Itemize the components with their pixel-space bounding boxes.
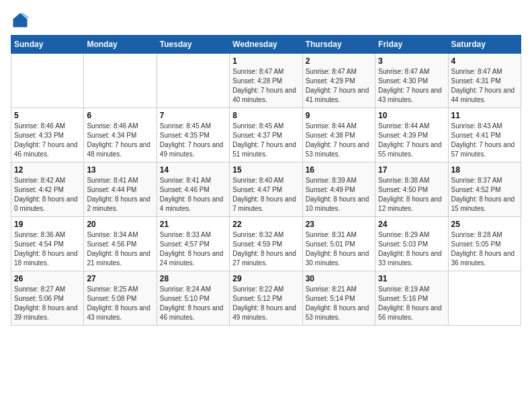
day-number: 20 [87, 220, 153, 229]
calendar-cell: 18Sunrise: 8:37 AMSunset: 4:52 PMDayligh… [448, 163, 521, 217]
day-number: 19 [14, 220, 81, 229]
day-info: Sunrise: 8:47 AMSunset: 4:28 PMDaylight:… [232, 67, 299, 105]
calendar-cell: 7Sunrise: 8:45 AMSunset: 4:35 PMDaylight… [157, 108, 229, 163]
day-info: Sunrise: 8:47 AMSunset: 4:31 PMDaylight:… [451, 67, 518, 105]
calendar-cell: 20Sunrise: 8:34 AMSunset: 4:56 PMDayligh… [84, 217, 157, 271]
day-info: Sunrise: 8:36 AMSunset: 4:54 PMDaylight:… [14, 230, 81, 268]
day-number: 30 [306, 274, 372, 283]
day-info: Sunrise: 8:43 AMSunset: 4:41 PMDaylight:… [451, 122, 518, 159]
calendar-week-2: 5Sunrise: 8:46 AMSunset: 4:33 PMDaylight… [11, 108, 521, 163]
day-number: 2 [306, 56, 372, 66]
day-info: Sunrise: 8:46 AMSunset: 4:33 PMDaylight:… [14, 122, 81, 159]
calendar-cell [157, 54, 229, 108]
calendar-week-4: 19Sunrise: 8:36 AMSunset: 4:54 PMDayligh… [11, 217, 521, 271]
calendar-week-3: 12Sunrise: 8:42 AMSunset: 4:42 PMDayligh… [11, 163, 521, 217]
calendar-cell: 29Sunrise: 8:22 AMSunset: 5:12 PMDayligh… [230, 271, 302, 326]
weekday-header-saturday: Saturday [448, 36, 521, 54]
calendar-cell: 9Sunrise: 8:44 AMSunset: 4:38 PMDaylight… [302, 108, 375, 163]
calendar-cell: 1Sunrise: 8:47 AMSunset: 4:28 PMDaylight… [230, 54, 302, 108]
day-info: Sunrise: 8:25 AMSunset: 5:08 PMDaylight:… [87, 285, 153, 322]
day-number: 12 [14, 165, 81, 175]
calendar-cell: 21Sunrise: 8:33 AMSunset: 4:57 PMDayligh… [157, 217, 229, 271]
day-info: Sunrise: 8:45 AMSunset: 4:35 PMDaylight:… [160, 122, 226, 159]
day-info: Sunrise: 8:41 AMSunset: 4:44 PMDaylight:… [87, 176, 153, 214]
day-info: Sunrise: 8:24 AMSunset: 5:10 PMDaylight:… [160, 285, 226, 322]
logo-icon [11, 11, 30, 30]
calendar-cell: 6Sunrise: 8:46 AMSunset: 4:34 PMDaylight… [84, 108, 157, 163]
day-info: Sunrise: 8:33 AMSunset: 4:57 PMDaylight:… [160, 230, 226, 268]
page-header [11, 11, 521, 30]
day-number: 4 [451, 56, 518, 66]
calendar-cell: 5Sunrise: 8:46 AMSunset: 4:33 PMDaylight… [11, 108, 84, 163]
day-number: 18 [451, 165, 518, 175]
day-info: Sunrise: 8:19 AMSunset: 5:16 PMDaylight:… [378, 285, 445, 322]
calendar-cell: 13Sunrise: 8:41 AMSunset: 4:44 PMDayligh… [84, 163, 157, 217]
calendar-cell: 14Sunrise: 8:41 AMSunset: 4:46 PMDayligh… [157, 163, 229, 217]
day-number: 21 [160, 220, 226, 229]
calendar-cell: 15Sunrise: 8:40 AMSunset: 4:47 PMDayligh… [230, 163, 302, 217]
day-info: Sunrise: 8:40 AMSunset: 4:47 PMDaylight:… [232, 176, 299, 214]
calendar-cell: 2Sunrise: 8:47 AMSunset: 4:29 PMDaylight… [302, 54, 375, 108]
day-info: Sunrise: 8:22 AMSunset: 5:12 PMDaylight:… [232, 285, 299, 322]
calendar-cell: 23Sunrise: 8:31 AMSunset: 5:01 PMDayligh… [302, 217, 375, 271]
calendar-cell: 10Sunrise: 8:44 AMSunset: 4:39 PMDayligh… [375, 108, 448, 163]
day-info: Sunrise: 8:38 AMSunset: 4:50 PMDaylight:… [378, 176, 445, 214]
day-info: Sunrise: 8:32 AMSunset: 4:59 PMDaylight:… [232, 230, 299, 268]
calendar-cell: 19Sunrise: 8:36 AMSunset: 4:54 PMDayligh… [11, 217, 84, 271]
day-info: Sunrise: 8:29 AMSunset: 5:03 PMDaylight:… [378, 230, 445, 268]
calendar-week-1: 1Sunrise: 8:47 AMSunset: 4:28 PMDaylight… [11, 54, 521, 108]
day-number: 29 [232, 274, 299, 283]
day-info: Sunrise: 8:39 AMSunset: 4:49 PMDaylight:… [306, 176, 372, 214]
day-number: 27 [87, 274, 153, 283]
weekday-header-sunday: Sunday [11, 36, 84, 54]
calendar-cell: 4Sunrise: 8:47 AMSunset: 4:31 PMDaylight… [448, 54, 521, 108]
day-number: 26 [14, 274, 81, 283]
day-info: Sunrise: 8:28 AMSunset: 5:05 PMDaylight:… [451, 230, 518, 268]
day-info: Sunrise: 8:47 AMSunset: 4:30 PMDaylight:… [378, 67, 445, 105]
calendar-cell: 12Sunrise: 8:42 AMSunset: 4:42 PMDayligh… [11, 163, 84, 217]
day-number: 8 [232, 111, 299, 120]
calendar-cell: 31Sunrise: 8:19 AMSunset: 5:16 PMDayligh… [375, 271, 448, 326]
weekday-header-thursday: Thursday [302, 36, 375, 54]
calendar-cell: 22Sunrise: 8:32 AMSunset: 4:59 PMDayligh… [230, 217, 302, 271]
day-info: Sunrise: 8:34 AMSunset: 4:56 PMDaylight:… [87, 230, 153, 268]
day-number: 11 [451, 111, 518, 120]
calendar-cell [11, 54, 84, 108]
day-number: 3 [378, 56, 445, 66]
day-number: 13 [87, 165, 153, 175]
day-info: Sunrise: 8:44 AMSunset: 4:39 PMDaylight:… [378, 122, 445, 159]
calendar-cell: 11Sunrise: 8:43 AMSunset: 4:41 PMDayligh… [448, 108, 521, 163]
calendar-cell: 3Sunrise: 8:47 AMSunset: 4:30 PMDaylight… [375, 54, 448, 108]
logo [11, 11, 32, 30]
calendar-cell: 16Sunrise: 8:39 AMSunset: 4:49 PMDayligh… [302, 163, 375, 217]
day-number: 25 [451, 220, 518, 229]
day-number: 23 [306, 220, 372, 229]
weekday-header-monday: Monday [84, 36, 157, 54]
weekday-header-tuesday: Tuesday [157, 36, 229, 54]
calendar-week-5: 26Sunrise: 8:27 AMSunset: 5:06 PMDayligh… [11, 271, 521, 326]
calendar-cell: 26Sunrise: 8:27 AMSunset: 5:06 PMDayligh… [11, 271, 84, 326]
day-info: Sunrise: 8:41 AMSunset: 4:46 PMDaylight:… [160, 176, 226, 214]
day-info: Sunrise: 8:47 AMSunset: 4:29 PMDaylight:… [306, 67, 372, 105]
day-info: Sunrise: 8:21 AMSunset: 5:14 PMDaylight:… [306, 285, 372, 322]
day-number: 1 [232, 56, 299, 66]
day-number: 6 [87, 111, 153, 120]
day-number: 31 [378, 274, 445, 283]
calendar-cell: 25Sunrise: 8:28 AMSunset: 5:05 PMDayligh… [448, 217, 521, 271]
day-number: 17 [378, 165, 445, 175]
day-info: Sunrise: 8:44 AMSunset: 4:38 PMDaylight:… [306, 122, 372, 159]
day-number: 9 [306, 111, 372, 120]
day-info: Sunrise: 8:31 AMSunset: 5:01 PMDaylight:… [306, 230, 372, 268]
calendar-cell: 30Sunrise: 8:21 AMSunset: 5:14 PMDayligh… [302, 271, 375, 326]
day-number: 10 [378, 111, 445, 120]
calendar-cell: 24Sunrise: 8:29 AMSunset: 5:03 PMDayligh… [375, 217, 448, 271]
day-number: 22 [232, 220, 299, 229]
calendar-cell [448, 271, 521, 326]
day-info: Sunrise: 8:27 AMSunset: 5:06 PMDaylight:… [14, 285, 81, 322]
calendar-cell: 8Sunrise: 8:45 AMSunset: 4:37 PMDaylight… [230, 108, 302, 163]
day-number: 14 [160, 165, 226, 175]
weekday-header-wednesday: Wednesday [230, 36, 302, 54]
day-number: 24 [378, 220, 445, 229]
day-number: 16 [306, 165, 372, 175]
calendar-table: SundayMondayTuesdayWednesdayThursdayFrid… [11, 35, 521, 326]
